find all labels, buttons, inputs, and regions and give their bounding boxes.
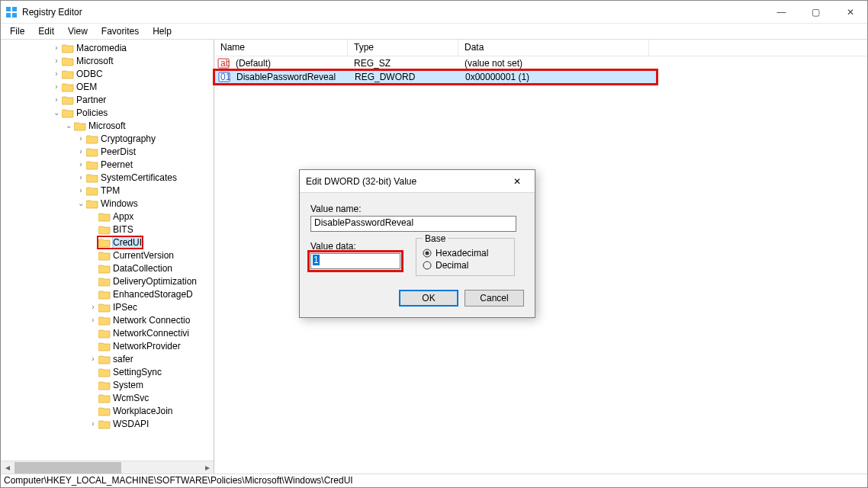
- tree-item-wcmsvc[interactable]: WcmSvc: [2, 391, 214, 404]
- tree-hscrollbar[interactable]: ◂ ▸: [1, 461, 214, 474]
- tree-item-oem[interactable]: ›OEM: [2, 80, 214, 93]
- tree-item-network-connectio[interactable]: ›Network Connectio: [2, 313, 214, 326]
- list-header[interactable]: Name Type Data: [214, 40, 867, 56]
- tree-item-appx[interactable]: Appx: [2, 210, 214, 223]
- dialog-close-button[interactable]: ✕: [506, 176, 529, 187]
- expand-icon[interactable]: ›: [51, 43, 62, 52]
- tree-item-enhancedstoraged[interactable]: EnhancedStorageD: [2, 287, 214, 300]
- menu-view[interactable]: View: [62, 25, 94, 37]
- tree-item-settingsync[interactable]: SettingSync: [2, 365, 214, 378]
- tree-item-currentversion[interactable]: CurrentVersion: [2, 249, 214, 262]
- folder-icon: [74, 120, 86, 131]
- tree-pane[interactable]: ›Macromedia›Microsoft›ODBC›OEM›Partner⌄P…: [1, 40, 214, 474]
- menu-edit[interactable]: Edit: [32, 25, 60, 37]
- dialog-titlebar[interactable]: Edit DWORD (32-bit) Value ✕: [300, 170, 535, 193]
- svg-text:011: 011: [220, 72, 230, 82]
- tree-item-datacollection[interactable]: DataCollection: [2, 262, 214, 274]
- tree-item-label: Policies: [76, 108, 108, 118]
- edit-dword-dialog[interactable]: Edit DWORD (32-bit) Value ✕ Value name: …: [299, 169, 535, 318]
- tree-item-label: EnhancedStorageD: [113, 289, 193, 300]
- ok-button[interactable]: OK: [399, 290, 458, 307]
- expand-icon[interactable]: ›: [76, 173, 86, 181]
- radio-decimal[interactable]: Decimal: [423, 260, 508, 271]
- tree-item-deliveryoptimization[interactable]: DeliveryOptimization: [2, 274, 214, 287]
- expand-icon[interactable]: ⌄: [76, 199, 86, 207]
- tree-item-label: Partner: [76, 95, 106, 105]
- minimize-button[interactable]: —: [764, 1, 799, 23]
- folder-icon: [86, 172, 98, 183]
- tree-item-label: IPSec: [113, 302, 137, 313]
- menu-help[interactable]: Help: [146, 25, 178, 37]
- tree-item-label: System: [113, 380, 143, 390]
- registry-tree[interactable]: ›Macromedia›Microsoft›ODBC›OEM›Partner⌄P…: [1, 41, 214, 430]
- tree-item-partner[interactable]: ›Partner: [2, 93, 214, 106]
- col-type[interactable]: Type: [348, 40, 458, 56]
- radio-hexadecimal[interactable]: Hexadecimal: [423, 248, 508, 258]
- tree-item-ipsec[interactable]: ›IPSec: [2, 300, 214, 313]
- tree-item-microsoft[interactable]: ›Microsoft: [2, 54, 214, 67]
- value-data-field[interactable]: 1: [310, 253, 400, 269]
- expand-icon[interactable]: ›: [76, 134, 86, 143]
- expand-icon[interactable]: ›: [51, 56, 62, 65]
- tree-item-peernet[interactable]: ›Peernet: [2, 158, 214, 171]
- expand-icon[interactable]: ›: [76, 147, 86, 156]
- tree-item-networkconnectivi[interactable]: NetworkConnectivi: [2, 326, 214, 339]
- folder-icon: [98, 289, 111, 300]
- tree-item-workplacejoin[interactable]: WorkplaceJoin: [2, 404, 214, 417]
- col-data[interactable]: Data: [458, 40, 649, 56]
- tree-item-label: WorkplaceJoin: [113, 406, 172, 416]
- expand-icon[interactable]: ⌄: [51, 108, 62, 117]
- tree-item-macromedia[interactable]: ›Macromedia: [2, 41, 214, 54]
- expand-icon[interactable]: ›: [88, 419, 98, 428]
- expand-icon[interactable]: ›: [51, 95, 62, 104]
- tree-item-wsdapi[interactable]: ›WSDAPI: [2, 417, 214, 430]
- list-row[interactable]: 011DisablePasswordRevealREG_DWORD0x00000…: [214, 70, 657, 84]
- menu-favorites[interactable]: Favorites: [95, 25, 145, 37]
- tree-item-policies[interactable]: ⌄Policies: [2, 106, 214, 119]
- expand-icon[interactable]: ›: [76, 186, 86, 194]
- expand-icon[interactable]: ›: [88, 316, 98, 324]
- tree-item-tpm[interactable]: ›TPM: [2, 184, 214, 197]
- svg-rect-1: [12, 7, 17, 11]
- tree-item-microsoft[interactable]: ⌄Microsoft: [2, 119, 214, 132]
- scroll-thumb[interactable]: [14, 462, 121, 474]
- tree-item-label: SystemCertificates: [101, 172, 177, 183]
- maximize-button[interactable]: ▢: [799, 1, 833, 23]
- menu-file[interactable]: File: [4, 25, 31, 37]
- folder-icon: [62, 95, 74, 105]
- titlebar[interactable]: Registry Editor — ▢ ✕: [1, 1, 867, 24]
- list-row[interactable]: ab(Default)REG_SZ(value not set): [214, 56, 657, 70]
- tree-item-bits[interactable]: BITS: [2, 223, 214, 236]
- folder-icon: [98, 328, 111, 339]
- scroll-right-icon[interactable]: ▸: [201, 461, 214, 474]
- scroll-left-icon[interactable]: ◂: [1, 461, 14, 474]
- tree-item-label: Peernet: [101, 159, 133, 170]
- folder-icon: [62, 43, 74, 53]
- tree-item-label: DataCollection: [113, 263, 172, 274]
- tree-item-networkprovider[interactable]: NetworkProvider: [2, 339, 214, 352]
- svg-point-10: [423, 262, 431, 269]
- tree-item-odbc[interactable]: ›ODBC: [2, 67, 214, 80]
- close-button[interactable]: ✕: [833, 1, 867, 23]
- expand-icon[interactable]: ›: [88, 303, 98, 311]
- dialog-title: Edit DWORD (32-bit) Value: [306, 176, 506, 187]
- registry-editor-window: Registry Editor — ▢ ✕ File Edit View Fav…: [0, 0, 868, 488]
- expand-icon[interactable]: ›: [51, 69, 62, 78]
- tree-item-label: NetworkProvider: [113, 341, 181, 352]
- col-name[interactable]: Name: [214, 40, 348, 56]
- tree-item-systemcertificates[interactable]: ›SystemCertificates: [2, 171, 214, 184]
- svg-text:ab: ab: [220, 58, 230, 69]
- dword-value-icon: 011: [218, 71, 230, 83]
- expand-icon[interactable]: ›: [76, 160, 86, 169]
- expand-icon[interactable]: ⌄: [63, 121, 74, 130]
- tree-item-system[interactable]: System: [2, 378, 214, 391]
- value-name-field[interactable]: DisablePasswordReveal: [310, 216, 516, 232]
- tree-item-peerdist[interactable]: ›PeerDist: [2, 145, 214, 158]
- expand-icon[interactable]: ›: [88, 355, 98, 363]
- tree-item-credui[interactable]: CredUI: [2, 236, 214, 249]
- tree-item-windows[interactable]: ⌄Windows: [2, 197, 214, 210]
- cancel-button[interactable]: Cancel: [465, 290, 524, 307]
- expand-icon[interactable]: ›: [51, 82, 62, 91]
- tree-item-cryptography[interactable]: ›Cryptography: [2, 132, 214, 145]
- tree-item-safer[interactable]: ›safer: [2, 352, 214, 365]
